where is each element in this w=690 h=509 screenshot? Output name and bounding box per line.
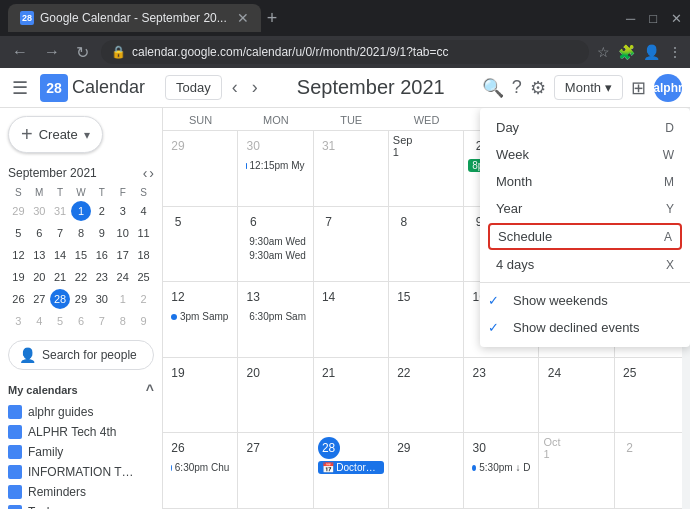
refresh-button[interactable]: ↻ <box>72 41 93 64</box>
cal-cell-8[interactable]: 8 <box>389 207 464 282</box>
calendar-item-family[interactable]: Family <box>8 442 154 462</box>
mini-cal-cell[interactable]: 18 <box>134 245 154 265</box>
cal-cell-oct1[interactable]: Oct 1 <box>539 433 614 508</box>
mini-cal-cell[interactable]: 8 <box>71 223 91 243</box>
mini-cal-cell[interactable]: 11 <box>134 223 154 243</box>
cal-cell-21[interactable]: 21 <box>314 358 389 433</box>
cal-cell-29[interactable]: 29 <box>163 131 238 206</box>
cal-cell-oct2[interactable]: 2 <box>615 433 690 508</box>
close-icon[interactable]: ✕ <box>671 11 682 26</box>
mini-cal-cell[interactable]: 27 <box>29 289 49 309</box>
dropdown-item-day[interactable]: Day D <box>480 114 690 141</box>
cal-cell-19[interactable]: 19 <box>163 358 238 433</box>
forward-button[interactable]: → <box>40 41 64 63</box>
event[interactable]: 9:30am Wed <box>242 235 308 248</box>
calendar-checkbox[interactable] <box>8 465 22 479</box>
cal-cell-29b[interactable]: 29 <box>389 433 464 508</box>
cal-cell-30[interactable]: 30 12:15pm My <box>238 131 313 206</box>
extension-icon[interactable]: 🧩 <box>618 44 635 60</box>
calendar-checkbox[interactable] <box>8 405 22 419</box>
event[interactable]: 6:30pm Sam <box>242 310 308 323</box>
mini-cal-cell[interactable]: 29 <box>71 289 91 309</box>
dropdown-item-schedule[interactable]: Schedule A <box>488 223 682 250</box>
mini-cal-cell[interactable]: 2 <box>134 289 154 309</box>
mini-cal-cell[interactable]: 26 <box>8 289 28 309</box>
cal-cell-7[interactable]: 7 <box>314 207 389 282</box>
settings-icon[interactable]: ⚙ <box>530 77 546 99</box>
mini-cal-cell[interactable]: 1 <box>113 289 133 309</box>
dropdown-item-4days[interactable]: 4 days X <box>480 251 690 278</box>
back-button[interactable]: ← <box>8 41 32 63</box>
cal-cell-31[interactable]: 31 <box>314 131 389 206</box>
cal-cell-12[interactable]: 12 3pm Samp <box>163 282 238 357</box>
new-tab-button[interactable]: + <box>267 8 278 29</box>
mini-cal-cell[interactable]: 7 <box>92 311 112 331</box>
mini-cal-cell[interactable]: 23 <box>92 267 112 287</box>
mini-cal-cell[interactable]: 21 <box>50 267 70 287</box>
event[interactable]: 3pm Samp <box>167 310 233 323</box>
mini-cal-cell[interactable]: 2 <box>92 201 112 221</box>
mini-cal-cell[interactable]: 22 <box>71 267 91 287</box>
mini-cal-cell-selected[interactable]: 28 <box>50 289 70 309</box>
mini-cal-cell[interactable]: 5 <box>50 311 70 331</box>
mini-cal-cell[interactable]: 6 <box>29 223 49 243</box>
cal-cell-23[interactable]: 23 <box>464 358 539 433</box>
event[interactable]: 12:15pm My <box>242 159 308 172</box>
mini-cal-cell[interactable]: 19 <box>8 267 28 287</box>
mini-cal-cell[interactable]: 14 <box>50 245 70 265</box>
mini-cal-cell[interactable]: 13 <box>29 245 49 265</box>
cal-cell-22[interactable]: 22 <box>389 358 464 433</box>
event[interactable]: 5:30pm ↓ D <box>468 461 534 474</box>
help-icon[interactable]: ? <box>512 77 522 98</box>
calendar-checkbox[interactable] <box>8 505 22 509</box>
mini-cal-cell[interactable]: 12 <box>8 245 28 265</box>
profile-icon[interactable]: 👤 <box>643 44 660 60</box>
mini-cal-cell[interactable]: 20 <box>29 267 49 287</box>
view-selector-button[interactable]: Month ▾ <box>554 75 623 100</box>
dropdown-item-year[interactable]: Year Y <box>480 195 690 222</box>
cal-cell-6[interactable]: 6 9:30am Wed 9:30am Wed <box>238 207 313 282</box>
maximize-icon[interactable]: □ <box>649 11 657 26</box>
mini-cal-cell[interactable]: 3 <box>8 311 28 331</box>
calendar-item-info-tech[interactable]: INFORMATION TECH IV- C... <box>8 462 154 482</box>
mini-cal-cell[interactable]: 7 <box>50 223 70 243</box>
calendar-checkbox[interactable] <box>8 445 22 459</box>
menu-dots-icon[interactable]: ⋮ <box>668 44 682 60</box>
mini-cal-cell[interactable]: 30 <box>92 289 112 309</box>
mini-cal-cell-today[interactable]: 1 <box>71 201 91 221</box>
dropdown-item-declined[interactable]: ✓ Show declined events <box>480 314 690 341</box>
cal-cell-24[interactable]: 24 <box>539 358 614 433</box>
mini-cal-cell[interactable]: 29 <box>8 201 28 221</box>
calendar-checkbox[interactable] <box>8 425 22 439</box>
cal-cell-15[interactable]: 15 <box>389 282 464 357</box>
calendar-item-alphr-tech[interactable]: ALPHR Tech 4th <box>8 422 154 442</box>
dropdown-item-week[interactable]: Week W <box>480 141 690 168</box>
cal-cell-14[interactable]: 14 <box>314 282 389 357</box>
search-people-button[interactable]: 👤 Search for people <box>8 340 154 370</box>
cal-cell-20[interactable]: 20 <box>238 358 313 433</box>
cal-cell-25[interactable]: 25 <box>615 358 690 433</box>
mini-cal-cell[interactable]: 15 <box>71 245 91 265</box>
mini-cal-cell[interactable]: 4 <box>134 201 154 221</box>
today-button[interactable]: Today <box>165 75 222 100</box>
hamburger-icon[interactable]: ☰ <box>8 73 32 103</box>
mini-cal-cell[interactable]: 8 <box>113 311 133 331</box>
tab-close-icon[interactable]: ✕ <box>237 10 249 26</box>
cal-cell-sep1[interactable]: Sep 1 <box>389 131 464 206</box>
next-month-button[interactable]: › <box>248 75 262 100</box>
minimize-icon[interactable]: ─ <box>626 11 635 26</box>
mini-cal-cell[interactable]: 16 <box>92 245 112 265</box>
calendar-checkbox[interactable] <box>8 485 22 499</box>
event[interactable]: 9:30am Wed <box>242 249 308 262</box>
event-doctors-app[interactable]: 📅 Doctors App <box>318 461 384 474</box>
my-calendars-collapse-icon[interactable]: ^ <box>146 382 154 398</box>
mini-cal-next[interactable]: › <box>149 165 154 181</box>
event[interactable]: 6:30pm Chu <box>167 461 233 474</box>
mini-cal-cell[interactable]: 30 <box>29 201 49 221</box>
bookmark-icon[interactable]: ☆ <box>597 44 610 60</box>
mini-cal-cell[interactable]: 10 <box>113 223 133 243</box>
cal-cell-13[interactable]: 13 6:30pm Sam <box>238 282 313 357</box>
calendar-item-alphr-guides[interactable]: alphr guides <box>8 402 154 422</box>
cal-cell-26[interactable]: 26 6:30pm Chu <box>163 433 238 508</box>
cal-cell-28[interactable]: 28 📅 Doctors App <box>314 433 389 508</box>
